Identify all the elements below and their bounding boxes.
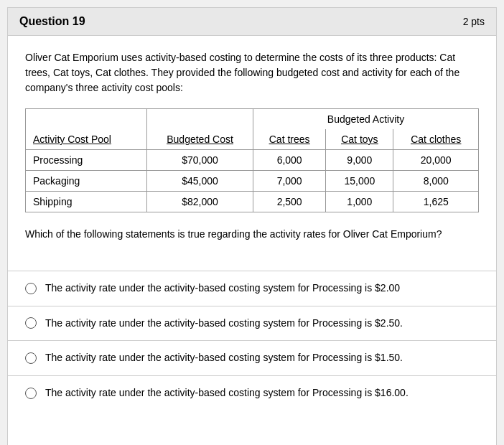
data-table: Budgeted Activity Activity Cost Pool Bud… xyxy=(25,108,479,212)
table-cell-2-0: Shipping xyxy=(26,192,147,212)
answer-text-a: The activity rate under the activity-bas… xyxy=(45,281,400,296)
answers-section: The activity rate under the activity-bas… xyxy=(8,271,496,410)
col-budgeted-cost-header: Budgeted Cost xyxy=(147,129,253,150)
question-header: Question 19 2 pts xyxy=(8,8,496,36)
question-body: Oliver Cat Emporium uses activity-based … xyxy=(8,36,496,271)
question-points: 2 pts xyxy=(463,16,485,27)
budgeted-activity-label: Budgeted Activity xyxy=(253,109,479,130)
col-cat-toys-header: Cat toys xyxy=(326,129,393,150)
col-activity-pool-header: Activity Cost Pool xyxy=(26,129,147,150)
answer-option-d[interactable]: The activity rate under the activity-bas… xyxy=(8,376,496,411)
answer-option-c[interactable]: The activity rate under the activity-bas… xyxy=(8,341,496,376)
table-cell-2-2: 2,500 xyxy=(253,192,326,212)
radio-b[interactable] xyxy=(25,317,37,329)
col-cat-trees-header: Cat trees xyxy=(253,129,326,150)
col-budgeted-cost-header-top xyxy=(147,109,253,130)
table-row: Shipping$82,0002,5001,0001,625 xyxy=(26,192,479,212)
table-cell-1-2: 7,000 xyxy=(253,171,326,192)
table-cell-0-0: Processing xyxy=(26,150,147,171)
table-cell-2-1: $82,000 xyxy=(147,192,253,212)
table-cell-2-4: 1,625 xyxy=(393,192,479,212)
answer-text-d: The activity rate under the activity-bas… xyxy=(45,386,409,400)
answer-text-b: The activity rate under the activity-bas… xyxy=(45,317,403,331)
table-cell-1-1: $45,000 xyxy=(147,171,253,192)
table-cell-0-2: 6,000 xyxy=(253,150,326,171)
question-text: Which of the following statements is tru… xyxy=(25,227,479,242)
table-body: Processing$70,0006,0009,00020,000Packagi… xyxy=(26,150,479,212)
table-header-row-top: Budgeted Activity xyxy=(26,109,479,130)
table-row: Packaging$45,0007,00015,0008,000 xyxy=(26,171,479,192)
table-cell-0-1: $70,000 xyxy=(147,150,253,171)
question-title: Question 19 xyxy=(19,15,85,28)
question-container: Question 19 2 pts Oliver Cat Emporium us… xyxy=(7,7,497,445)
answer-option-a[interactable]: The activity rate under the activity-bas… xyxy=(8,271,496,306)
answer-text-c: The activity rate under the activity-bas… xyxy=(45,351,403,365)
intro-text: Oliver Cat Emporium uses activity-based … xyxy=(25,50,479,95)
table-cell-0-4: 20,000 xyxy=(393,150,479,171)
table-header-row-bottom: Activity Cost Pool Budgeted Cost Cat tre… xyxy=(26,129,479,150)
col-activity-cost-pool-header-top xyxy=(26,109,147,130)
radio-c[interactable] xyxy=(25,352,37,364)
table-cell-1-4: 8,000 xyxy=(393,171,479,192)
radio-d[interactable] xyxy=(25,388,37,399)
radio-a[interactable] xyxy=(25,283,37,294)
table-cell-2-3: 1,000 xyxy=(326,192,393,212)
table-row: Processing$70,0006,0009,00020,000 xyxy=(26,150,479,171)
table-cell-1-0: Packaging xyxy=(26,171,147,192)
table-cell-0-3: 9,000 xyxy=(326,150,393,171)
answer-option-b[interactable]: The activity rate under the activity-bas… xyxy=(8,306,496,342)
col-cat-clothes-header: Cat clothes xyxy=(393,129,479,150)
table-cell-1-3: 15,000 xyxy=(326,171,393,192)
